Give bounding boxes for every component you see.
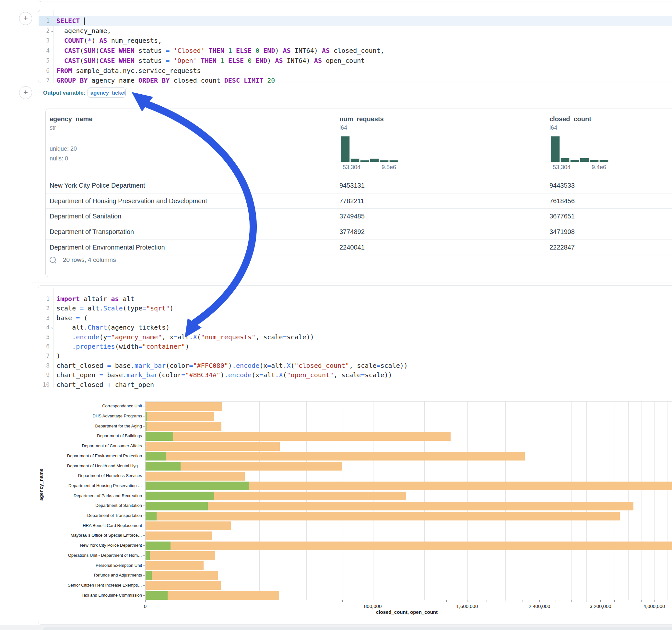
code-line: chart_closed = base.mark_bar(color="#FFC… (56, 361, 408, 370)
line-number: 5 (37, 334, 50, 340)
line-number: 5 (37, 57, 50, 64)
line-number: 8 (37, 362, 50, 369)
code-line: chart_open = base.mark_bar(color="#8BC34… (56, 370, 392, 380)
table-cell: 2222847 (549, 244, 575, 251)
row-separator (46, 240, 672, 240)
result-table-card: agency_namestrunique: 20nulls: 0num_requ… (45, 108, 672, 277)
table-cell: 9443533 (549, 182, 575, 189)
table-cell: 3774892 (339, 228, 365, 236)
code-line: GROUP BY agency_name ORDER BY closed_cou… (56, 75, 275, 85)
sql-current-line-highlight (39, 16, 672, 26)
column-histogram (341, 136, 400, 162)
code-line: agency_name, (56, 26, 111, 35)
code-line: scale = alt.Scale(type="sqrt") (56, 303, 173, 313)
line-number: 3 (37, 37, 50, 44)
column-histogram (551, 136, 610, 162)
code-line: chart_closed + chart_open (56, 380, 154, 390)
table-cell: 7618456 (549, 197, 575, 205)
column-type: i64 (549, 124, 557, 131)
table-cell: 3749485 (339, 213, 365, 220)
column-type: str (50, 124, 56, 131)
sql-cell-card: SELECT agency_name, COUNT(*) AS num_requ… (38, 10, 672, 83)
code-line: SELECT (56, 16, 85, 26)
python-gutter-separator (53, 288, 53, 388)
code-line: COUNT(*) AS num_requests, (56, 35, 162, 45)
histogram-max-label: 9.4e6 (592, 164, 606, 171)
column-header-closed_count: closed_count (549, 115, 591, 123)
code-line: .encode(y="agency_name", x=alt.X("num_re… (56, 332, 314, 342)
output-variable-label: Output variable: (43, 90, 85, 96)
histogram-min-label: 53,304 (343, 164, 360, 171)
table-cell: 3677651 (549, 213, 575, 220)
cell-group-divider (31, 283, 672, 283)
fold-chevron-icon[interactable]: ⌄ (50, 324, 54, 330)
column-type: i64 (339, 124, 347, 131)
code-line: alt.Chart(agency_tickets) (56, 322, 170, 332)
line-number: 4 (37, 324, 50, 331)
histogram-min-label: 53,304 (553, 164, 571, 171)
table-row-count: 20 rows, 4 columns (63, 256, 116, 264)
output-variable-badge[interactable]: agency_tickets (88, 88, 126, 98)
code-line: base = ( (56, 313, 88, 323)
line-number: 7 (37, 77, 50, 83)
table-cell: Department of Sanitation (50, 213, 121, 220)
histogram-max-label: 9.5e6 (382, 164, 396, 171)
column-header-num_requests: num_requests (339, 115, 384, 123)
line-number: 9 (37, 371, 50, 378)
code-line: CAST(SUM(CASE WHEN status = 'Closed' THE… (56, 46, 384, 55)
line-number: 1 (37, 17, 50, 24)
column-stat: nulls: 0 (50, 155, 68, 162)
table-cell: 9453131 (339, 182, 365, 189)
code-line: FROM sample_data.nyc.service_requests (56, 66, 201, 75)
table-cell: Department of Transportation (50, 228, 134, 236)
code-line: import altair as alt (56, 294, 135, 304)
fold-chevron-icon[interactable]: ⌄ (50, 28, 54, 33)
next-cell-edge (43, 627, 672, 630)
table-cell: 3471908 (549, 228, 575, 236)
line-number: 10 (37, 381, 50, 388)
row-separator (46, 193, 672, 193)
line-number: 6 (37, 343, 50, 350)
line-number: 3 (37, 314, 50, 321)
row-separator (46, 224, 672, 224)
table-cell: 7782211 (339, 197, 364, 205)
table-cell: Department of Environmental Protection (50, 244, 165, 251)
line-number: 4 (37, 47, 50, 54)
search-icon-handle (54, 261, 56, 263)
python-cell-card: import altair as altscale = alt.Scale(ty… (38, 285, 672, 625)
column-header-agency_name: agency_name (50, 115, 92, 123)
table-cell: Department of Housing Preservation and D… (50, 197, 207, 205)
line-number: 2 (37, 27, 50, 34)
cell-spine (40, 83, 40, 284)
code-line: .properties(width="container") (56, 342, 189, 351)
sql-gutter-separator (53, 10, 53, 83)
code-line: CAST(SUM(CASE WHEN status = 'Open' THEN … (56, 56, 365, 66)
line-number: 1 (37, 295, 50, 302)
table-cell: 2240041 (339, 244, 365, 251)
row-separator (46, 255, 672, 256)
add-cell-button-middle[interactable]: + (19, 86, 32, 99)
line-number: 7 (37, 352, 50, 359)
line-number: 2 (37, 305, 50, 311)
table-cell: New York City Police Department (50, 182, 145, 189)
previous-cell-edge (38, 0, 672, 2)
add-cell-button-top[interactable]: + (19, 12, 32, 25)
code-line: ) (56, 351, 60, 361)
text-cursor (84, 18, 85, 25)
line-number: 6 (37, 67, 50, 74)
column-stat: unique: 20 (50, 146, 77, 152)
